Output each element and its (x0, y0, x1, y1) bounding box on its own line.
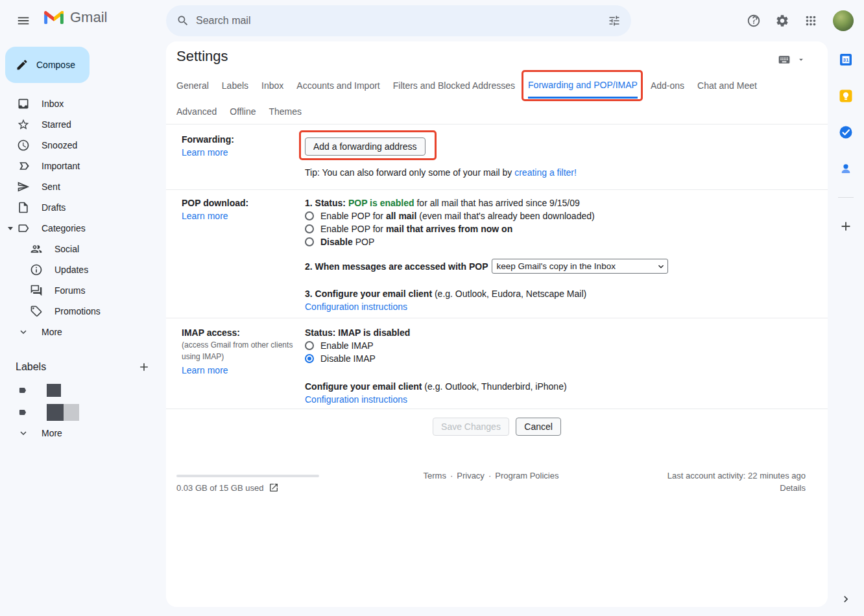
sidebar-item-snoozed[interactable]: Snoozed (0, 135, 166, 156)
labels-more-toggle[interactable]: More (0, 423, 166, 444)
tab-inbox[interactable]: Inbox (261, 73, 283, 99)
imap-configuration-instructions-link[interactable]: Configuration instructions (305, 394, 407, 405)
search-button[interactable] (170, 8, 196, 34)
sidebar-item-starred[interactable]: Starred (0, 114, 166, 135)
sidebar-item-label: Promotions (54, 306, 101, 316)
sidebar-item-label: Social (54, 244, 79, 254)
gmail-brand[interactable]: Gmail (43, 9, 107, 26)
imap-radio-enable[interactable]: Enable IMAP (305, 339, 802, 352)
get-addons-button[interactable] (838, 219, 854, 234)
external-link-icon[interactable] (269, 482, 279, 493)
tab-themes[interactable]: Themes (269, 99, 302, 124)
account-avatar[interactable] (833, 10, 854, 31)
pop-radio-all-mail[interactable]: Enable POP for all mail (even mail that'… (305, 209, 802, 222)
radio-label: Disable IMAP (320, 352, 376, 365)
imap-sublabel-2: using IMAP) (182, 351, 305, 362)
add-forwarding-address-button[interactable]: Add a forwarding address (305, 137, 426, 156)
label-row-redacted-2[interactable] (0, 402, 166, 423)
calendar-app-button[interactable]: 31 (838, 52, 854, 67)
separator: · (450, 471, 453, 480)
sidebar-item-categories[interactable]: Categories (0, 218, 166, 239)
label-tag-icon (17, 385, 29, 396)
tab-general[interactable]: General (176, 73, 209, 99)
radio-label: Enable IMAP (320, 339, 374, 352)
help-button[interactable] (741, 8, 767, 34)
privacy-link[interactable]: Privacy (457, 471, 485, 480)
categories-tag-icon (17, 222, 30, 235)
tasks-app-button[interactable] (838, 124, 854, 140)
storage-text-row: 0.03 GB of 15 GB used (176, 482, 279, 493)
contacts-icon (838, 161, 854, 176)
settings-card: Settings General Labels Inbox Accounts a… (166, 41, 828, 607)
separator: · (488, 471, 491, 480)
google-apps-button[interactable] (798, 8, 824, 34)
pop-configuration-instructions-link[interactable]: Configuration instructions (305, 302, 407, 312)
sidebar-item-inbox[interactable]: Inbox (0, 93, 166, 114)
redacted-label-block (47, 384, 61, 397)
pop-learn-more-link[interactable]: Learn more (182, 211, 228, 221)
pop-when-row: 2. When messages are accessed with POP k… (305, 259, 802, 274)
sidebar-item-forums[interactable]: Forums (0, 280, 166, 301)
calendar-day-number: 31 (843, 57, 849, 63)
create-label-button[interactable] (134, 357, 154, 377)
hide-side-panel-button[interactable] (838, 591, 854, 607)
cancel-button[interactable]: Cancel (516, 418, 561, 436)
radio-icon (305, 224, 314, 233)
input-method-selector[interactable] (776, 53, 806, 66)
tab-advanced[interactable]: Advanced (176, 99, 217, 124)
pop-action-select[interactable]: keep Gmail's copy in the Inbox (492, 259, 668, 274)
tab-forwarding-and-pop-imap[interactable]: Forwarding and POP/IMAP (528, 73, 638, 99)
sidebar-item-updates[interactable]: Updates (0, 259, 166, 280)
compose-button[interactable]: Compose (5, 47, 90, 83)
search-bar[interactable] (166, 5, 631, 36)
brand-text: Gmail (70, 9, 107, 26)
imap-learn-more-link[interactable]: Learn more (182, 365, 228, 375)
labels-more-label: More (42, 428, 62, 438)
hamburger-menu-icon (16, 14, 30, 28)
settings-sections: Forwarding: Learn more Add a forwarding … (166, 124, 828, 444)
creating-a-filter-link[interactable]: creating a filter! (514, 167, 577, 178)
star-icon (17, 118, 30, 131)
tab-filters-and-blocked-addresses[interactable]: Filters and Blocked Addresses (393, 73, 515, 99)
forwarding-section-content: Add a forwarding address Tip: You can al… (305, 133, 802, 179)
forwarding-tip-text: Tip: You can also forward only some of y… (305, 167, 514, 178)
radio-icon (305, 237, 314, 246)
sidebar-item-sent[interactable]: Sent (0, 176, 166, 197)
imap-radio-disable[interactable]: Disable IMAP (305, 352, 802, 365)
terms-link[interactable]: Terms (424, 471, 446, 480)
inbox-icon (17, 97, 30, 110)
pop-radio-disable[interactable]: Disable POP (305, 235, 802, 248)
draft-icon (17, 201, 30, 214)
sidebar-item-label: Drafts (42, 202, 66, 213)
activity-details-link[interactable]: Details (780, 483, 806, 493)
pop-radio-from-now-on[interactable]: Enable POP for mail that arrives from no… (305, 222, 802, 235)
label-tag-icon (17, 407, 29, 418)
apps-grid-icon (804, 14, 818, 28)
labels-header: Labels (0, 357, 166, 377)
dropdown-arrow-icon (797, 55, 806, 64)
sidebar-item-social[interactable]: Social (0, 239, 166, 259)
save-changes-button[interactable]: Save Changes (433, 418, 509, 436)
settings-button[interactable] (769, 8, 795, 34)
keep-app-button[interactable] (838, 88, 854, 104)
search-options-button[interactable] (601, 8, 627, 34)
forwarding-learn-more-link[interactable]: Learn more (182, 147, 228, 158)
tab-offline[interactable]: Offline (230, 99, 256, 124)
label-row-redacted-1[interactable] (0, 380, 166, 401)
tab-chat-and-meet[interactable]: Chat and Meet (697, 73, 757, 99)
sidebar-item-important[interactable]: Important (0, 156, 166, 176)
search-input[interactable] (196, 15, 601, 27)
sidebar-item-promotions[interactable]: Promotions (0, 301, 166, 322)
program-policies-link[interactable]: Program Policies (495, 471, 558, 480)
redacted-label-block (64, 404, 79, 421)
compose-pencil-icon (16, 58, 29, 71)
imap-access-label: IMAP access: (182, 326, 305, 339)
tab-accounts-and-import[interactable]: Accounts and Import (296, 73, 379, 99)
sidebar-item-drafts[interactable]: Drafts (0, 197, 166, 218)
side-panel-rail: 31 (828, 41, 864, 616)
tab-add-ons[interactable]: Add-ons (651, 73, 684, 99)
main-menu-button[interactable] (10, 8, 36, 34)
contacts-app-button[interactable] (838, 161, 854, 176)
sidebar-item-more[interactable]: More (0, 322, 166, 342)
tab-labels[interactable]: Labels (222, 73, 248, 99)
